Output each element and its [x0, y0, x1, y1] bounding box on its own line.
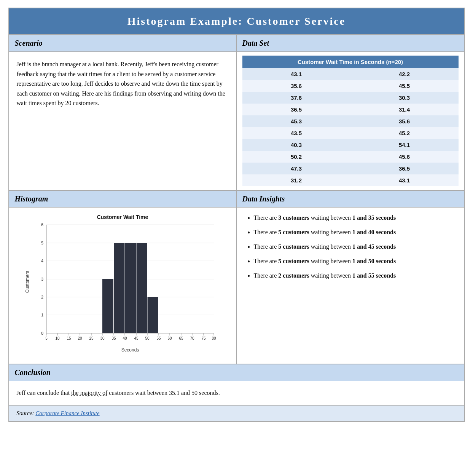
svg-text:6: 6 — [41, 222, 43, 227]
insights-body: There are 3 customers waiting between 1 … — [237, 208, 464, 291]
main-container: Histogram Example: Customer Service Scen… — [8, 8, 465, 422]
table-header: Customer Wait Time in Seconds (n=20) — [242, 56, 459, 68]
table-row: 36.531.4 — [242, 104, 459, 115]
svg-text:65: 65 — [179, 336, 183, 340]
dataset-body: Customer Wait Time in Seconds (n=20) 43.… — [237, 52, 464, 190]
bar-45-50 — [136, 243, 147, 333]
table-row: 50.245.6 — [242, 151, 459, 163]
bar-50-55 — [147, 297, 158, 333]
table-cell: 45.6 — [350, 151, 459, 163]
y-axis-label: Customers — [25, 271, 30, 293]
histogram-body: Customer Wait Time Customers Seconds — [9, 208, 236, 360]
scenario-header: Scenario — [9, 35, 236, 52]
source-link[interactable]: Corporate Finance Institute — [35, 410, 99, 416]
source-label: Source: — [17, 410, 36, 416]
conclusion-body: Jeff can conclude that the majority of c… — [9, 381, 464, 405]
insight-item: There are 2 customers waiting between 1 … — [254, 271, 455, 280]
svg-text:5: 5 — [41, 241, 43, 245]
table-cell: 31.2 — [242, 174, 350, 186]
svg-text:15: 15 — [67, 336, 71, 340]
table-row: 43.545.2 — [242, 127, 459, 139]
svg-text:55: 55 — [156, 336, 161, 340]
table-cell: 30.3 — [350, 92, 459, 104]
insight-item: There are 5 customers waiting between 1 … — [254, 228, 455, 237]
insights-header: Data Insights — [237, 191, 464, 208]
svg-text:3: 3 — [41, 277, 43, 281]
scenario-body: Jeff is the branch manager at a local ba… — [9, 52, 236, 116]
table-cell: 36.5 — [350, 163, 459, 174]
table-cell: 42.2 — [350, 68, 459, 80]
source-section: Source: Corporate Finance Institute — [9, 406, 464, 421]
svg-text:30: 30 — [100, 336, 105, 340]
table-cell: 43.5 — [242, 127, 350, 139]
table-row: 35.645.5 — [242, 80, 459, 92]
insight-item: There are 5 customers waiting between 1 … — [254, 257, 455, 266]
table-cell: 36.5 — [242, 104, 350, 115]
chart-title: Customer Wait Time — [97, 214, 148, 220]
table-cell: 45.5 — [350, 80, 459, 92]
svg-text:1: 1 — [41, 313, 43, 317]
table-row: 37.630.3 — [242, 92, 459, 104]
conclusion-section: Conclusion Jeff can conclude that the ma… — [9, 364, 464, 406]
table-cell: 50.2 — [242, 151, 350, 163]
table-cell: 45.2 — [350, 127, 459, 139]
table-cell: 37.6 — [242, 92, 350, 104]
svg-text:20: 20 — [78, 336, 82, 340]
conclusion-after: customers wait between 35.1 and 50 secon… — [107, 390, 220, 396]
histogram-chart: Customer Wait Time Customers Seconds — [24, 211, 221, 356]
insight-item: There are 3 customers waiting between 1 … — [254, 213, 455, 222]
svg-text:4: 4 — [41, 259, 43, 263]
svg-text:60: 60 — [167, 336, 172, 340]
svg-text:2: 2 — [41, 295, 43, 299]
conclusion-before: Jeff can conclude that — [17, 390, 72, 396]
main-grid: Scenario Jeff is the branch manager at a… — [9, 34, 464, 421]
table-cell: 31.4 — [350, 104, 459, 115]
table-cell: 40.3 — [242, 139, 350, 151]
data-table: Customer Wait Time in Seconds (n=20) 43.… — [242, 56, 459, 186]
bar-40-45 — [125, 243, 136, 333]
svg-text:45: 45 — [134, 336, 139, 340]
bar-30-35 — [102, 279, 113, 333]
table-row: 47.336.5 — [242, 163, 459, 174]
svg-text:40: 40 — [123, 336, 127, 340]
page-title: Histogram Example: Customer Service — [9, 8, 464, 34]
table-row: 43.142.2 — [242, 68, 459, 80]
svg-text:80: 80 — [212, 336, 216, 340]
svg-text:10: 10 — [55, 336, 60, 340]
dataset-header: Data Set — [237, 35, 464, 52]
table-row: 45.335.6 — [242, 115, 459, 127]
svg-text:5: 5 — [45, 336, 48, 340]
svg-text:50: 50 — [145, 336, 150, 340]
histogram-section: Histogram Customer Wait Time Customers S… — [9, 191, 237, 364]
conclusion-underline: the majority of — [71, 390, 107, 396]
table-cell: 43.1 — [242, 68, 350, 80]
svg-text:70: 70 — [190, 336, 194, 340]
svg-text:25: 25 — [89, 336, 94, 340]
svg-text:35: 35 — [111, 336, 116, 340]
table-cell: 35.6 — [350, 115, 459, 127]
svg-text:0: 0 — [41, 331, 43, 335]
table-cell: 54.1 — [350, 139, 459, 151]
bar-35-40 — [114, 243, 125, 333]
histogram-header: Histogram — [9, 191, 236, 208]
insights-list: There are 3 customers waiting between 1 … — [246, 213, 455, 280]
svg-text:75: 75 — [201, 336, 206, 340]
x-axis-label: Seconds — [121, 347, 139, 353]
dataset-section: Data Set Customer Wait Time in Seconds (… — [237, 35, 464, 191]
insight-item: There are 5 customers waiting between 1 … — [254, 242, 455, 251]
table-row: 31.243.1 — [242, 174, 459, 186]
table-cell: 43.1 — [350, 174, 459, 186]
table-row: 40.354.1 — [242, 139, 459, 151]
insights-section: Data Insights There are 3 customers wait… — [237, 191, 464, 364]
conclusion-header: Conclusion — [9, 364, 464, 381]
scenario-section: Scenario Jeff is the branch manager at a… — [9, 35, 237, 191]
table-cell: 47.3 — [242, 163, 350, 174]
table-cell: 45.3 — [242, 115, 350, 127]
table-cell: 35.6 — [242, 80, 350, 92]
